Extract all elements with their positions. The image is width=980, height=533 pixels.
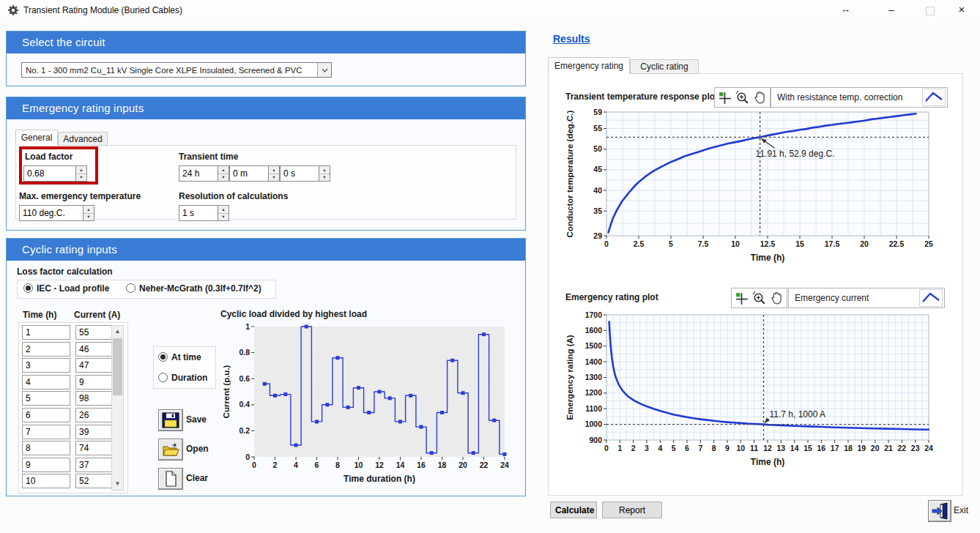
- tab-emergency-rating[interactable]: Emergency rating: [548, 57, 630, 74]
- svg-text:1700: 1700: [585, 310, 603, 319]
- spinner-arrows[interactable]: ▴▾: [83, 205, 94, 221]
- svg-text:10: 10: [354, 461, 363, 469]
- spinner-arrows[interactable]: ▴▾: [268, 165, 280, 182]
- tab-advanced[interactable]: Advanced: [58, 132, 108, 146]
- emergency-plot-legend[interactable]: Emergency current: [788, 288, 945, 308]
- svg-text:0.4: 0.4: [239, 400, 250, 409]
- cursor-tool-icon[interactable]: [734, 291, 749, 306]
- report-button[interactable]: Report: [602, 502, 662, 518]
- table-scrollbar[interactable]: ▲ ▼: [111, 325, 124, 491]
- radio-iec-load-profile[interactable]: IEC - Load profile: [23, 283, 109, 294]
- results-heading[interactable]: Results: [553, 33, 590, 45]
- tab-cyclic-rating[interactable]: Cyclic rating: [630, 59, 699, 74]
- emergency-rating-chart[interactable]: 0123456789101112131415161718192021222324…: [563, 308, 963, 485]
- svg-text:17.5: 17.5: [825, 239, 840, 248]
- close-button[interactable]: ×: [949, 0, 974, 20]
- time-cell-input[interactable]: [22, 408, 70, 422]
- emergency-plot-label: Emergency rating plot: [565, 292, 658, 302]
- resolution-spinner[interactable]: ▴▾: [179, 205, 229, 221]
- cyclic-chart-title: Cyclic load divided by highest load: [220, 309, 367, 319]
- svg-text:2: 2: [273, 461, 278, 469]
- svg-text:1300: 1300: [585, 373, 603, 381]
- circuit-dropdown[interactable]: No. 1 - 300 mm2 Cu_11 kV Single Core XLP…: [21, 62, 332, 78]
- max-temp-spinner[interactable]: ▴▾: [19, 205, 94, 221]
- tab-general[interactable]: General: [15, 130, 58, 146]
- title-bar: Transient Rating Module (Buried Cables) …: [0, 0, 980, 20]
- transient-seconds-spinner[interactable]: ▴▾: [280, 165, 330, 182]
- svg-text:2.5: 2.5: [634, 239, 645, 248]
- clear-button[interactable]: [158, 468, 183, 490]
- svg-text:22.5: 22.5: [889, 239, 905, 248]
- time-cell-input[interactable]: [22, 441, 70, 455]
- scrollbar-thumb[interactable]: [113, 338, 122, 395]
- load-factor-input[interactable]: [23, 165, 75, 182]
- transient-minutes-spinner[interactable]: ▴▾: [229, 165, 280, 182]
- time-cell-input[interactable]: [22, 325, 70, 340]
- svg-text:22: 22: [480, 461, 489, 469]
- scroll-up-icon[interactable]: ▲: [112, 326, 123, 338]
- select-circuit-panel: Select the circuit No. 1 - 300 mm2 Cu_11…: [6, 31, 526, 86]
- open-button[interactable]: [158, 439, 183, 461]
- radio-at-time[interactable]: At time: [158, 352, 201, 362]
- transient-seconds-input[interactable]: [280, 165, 319, 182]
- cursor-tool-icon[interactable]: [717, 90, 732, 105]
- save-button[interactable]: [158, 409, 183, 431]
- loss-factor-radio-group: IEC - Load profile Neher-McGrath (0.3lf+…: [17, 280, 276, 299]
- spinner-arrows[interactable]: ▴▾: [218, 205, 229, 221]
- time-cell-input[interactable]: [22, 458, 70, 472]
- transient-temperature-chart[interactable]: 02.557.51012.51517.52022.525293540455055…: [563, 107, 963, 277]
- radio-neher-mcgrath[interactable]: Neher-McGrath (0.3lf+0.7lf^2): [126, 283, 261, 294]
- transient-plot-legend[interactable]: With resistance temp. correction: [771, 87, 948, 108]
- radio-duration[interactable]: Duration: [158, 373, 207, 383]
- pan-hand-icon[interactable]: [769, 291, 784, 306]
- zoom-tool-icon[interactable]: [735, 90, 750, 105]
- time-cell-input[interactable]: [22, 358, 70, 373]
- svg-text:0.2: 0.2: [239, 426, 250, 435]
- clear-button-label: Clear: [186, 473, 208, 483]
- svg-text:24: 24: [924, 444, 933, 452]
- calculate-button[interactable]: Calculate: [550, 502, 597, 518]
- radio-selected-icon[interactable]: [158, 352, 168, 362]
- spinner-arrows[interactable]: ▴▾: [75, 165, 87, 182]
- load-factor-spinner[interactable]: ▴▾: [23, 165, 87, 182]
- scroll-down-icon[interactable]: ▼: [112, 478, 123, 490]
- svg-text:14: 14: [396, 461, 405, 469]
- svg-text:6: 6: [315, 461, 319, 469]
- current-column-header: Current (A): [74, 310, 120, 320]
- max-temp-input[interactable]: [19, 205, 83, 221]
- resolution-input[interactable]: [179, 205, 218, 221]
- minimize-button[interactable]: –: [879, 0, 904, 20]
- transient-minutes-input[interactable]: [229, 165, 268, 182]
- radio-unselected-icon[interactable]: [158, 373, 168, 382]
- radio-unselected-icon[interactable]: [126, 283, 136, 293]
- transient-hours-input[interactable]: [179, 165, 218, 182]
- time-cell-input[interactable]: [22, 375, 70, 390]
- time-cell-input[interactable]: [22, 474, 70, 488]
- emergency-plot-toolbar: [731, 288, 787, 308]
- svg-text:6: 6: [685, 444, 689, 452]
- svg-text:20: 20: [459, 461, 467, 469]
- time-cell-input[interactable]: [22, 391, 70, 406]
- exit-button[interactable]: [928, 500, 951, 522]
- emergency-inputs-panel: Emergency rating inputs General Advanced…: [6, 97, 526, 231]
- spinner-arrows[interactable]: ▴▾: [218, 165, 229, 182]
- svg-text:12: 12: [763, 444, 772, 452]
- svg-text:20: 20: [871, 444, 880, 452]
- svg-text:1400: 1400: [585, 357, 603, 366]
- spinner-arrows[interactable]: ▴▾: [319, 165, 330, 182]
- pan-hand-icon[interactable]: [752, 90, 768, 105]
- circuit-dropdown-value: No. 1 - 300 mm2 Cu_11 kV Single Core XLP…: [22, 66, 317, 75]
- zoom-tool-icon[interactable]: [751, 291, 767, 306]
- svg-text:8: 8: [712, 444, 716, 452]
- resolution-label: Resolution of calculations: [179, 191, 288, 201]
- transient-hours-spinner[interactable]: ▴▾: [179, 165, 229, 182]
- chevron-down-icon[interactable]: [317, 63, 331, 77]
- radio-selected-icon[interactable]: [23, 283, 33, 293]
- emergency-inputs-header: Emergency rating inputs: [7, 97, 525, 119]
- time-cell-input[interactable]: [22, 342, 70, 357]
- maximize-button[interactable]: [926, 7, 935, 15]
- time-cell-input[interactable]: [22, 425, 70, 439]
- load-factor-label: Load factor: [25, 152, 73, 162]
- svg-text:0.8: 0.8: [239, 348, 250, 357]
- cyclic-load-chart[interactable]: 02468101214161820222400.20.40.60.81Time …: [219, 321, 512, 491]
